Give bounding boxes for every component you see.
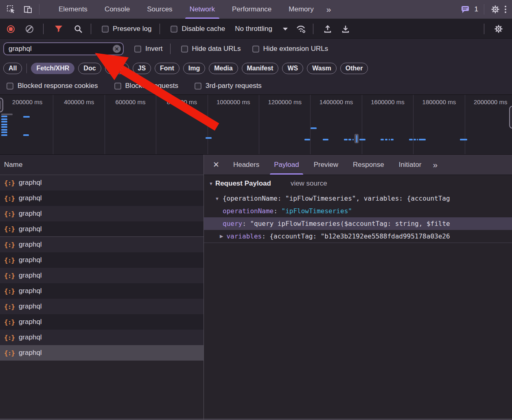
tab-elements[interactable]: Elements (50, 0, 96, 19)
network-settings-gear-icon[interactable] (492, 22, 505, 36)
record-network-log-button[interactable] (7, 25, 15, 33)
inspect-element-icon[interactable] (4, 2, 18, 16)
settings-gear-icon[interactable] (488, 2, 502, 16)
network-overview-timeline[interactable]: 200000 ms400000 ms600000 ms800000 ms1000… (0, 95, 512, 155)
timeline-left-handle[interactable] (0, 98, 3, 112)
import-har-icon[interactable] (321, 22, 335, 36)
chip-all[interactable]: All (3, 63, 22, 74)
request-type-chips: AllFetch/XHRDocCSSJSFontImgMediaManifest… (0, 59, 512, 77)
close-detail-icon[interactable]: ✕ (204, 155, 226, 175)
name-column-header[interactable]: Name (0, 155, 203, 175)
detail-tab-response[interactable]: Response (346, 155, 392, 175)
devtools-tab-bar: ElementsConsoleSourcesNetworkPerformance… (0, 0, 512, 19)
timeline-column: 2000000 ms (465, 95, 512, 155)
more-detail-tabs-icon[interactable]: » (429, 155, 441, 175)
request-row[interactable]: {:}graphql (0, 268, 203, 283)
detail-tab-preview[interactable]: Preview (306, 155, 346, 175)
filter-toggle-icon[interactable] (52, 22, 66, 36)
3rd-party-requests-checkbox[interactable] (195, 83, 201, 90)
request-row[interactable]: {:}graphql (0, 206, 203, 221)
json-braces-icon: {:} (4, 225, 15, 233)
timeline-request-bar (414, 139, 416, 140)
chip-fetch-xhr[interactable]: Fetch/XHR (31, 63, 74, 74)
hide-extension-urls-checkbox[interactable] (252, 46, 259, 52)
collapse-triangle-icon[interactable]: ▼ (215, 196, 219, 201)
blocked-response-cookies-checkbox[interactable] (7, 83, 13, 90)
request-row[interactable]: {:}graphql (0, 252, 203, 268)
chip-img[interactable]: Img (183, 63, 205, 74)
advanced-filter-3rd-party-requests: 3rd-party requests (195, 82, 262, 90)
detail-tab-initiator[interactable]: Initiator (392, 155, 429, 175)
timeline-request-bar (323, 139, 328, 140)
timeline-column: 1600000 ms (362, 95, 413, 155)
pane-resize-divider[interactable] (203, 155, 204, 420)
chip-css[interactable]: CSS (105, 63, 129, 74)
clear-filter-icon[interactable]: ✕ (113, 45, 121, 53)
tab-performance[interactable]: Performance (223, 0, 280, 19)
request-row[interactable]: {:}graphql (0, 283, 203, 299)
chip-media[interactable]: Media (209, 63, 238, 74)
chip-doc[interactable]: Doc (78, 63, 101, 74)
timeline-request-bar (409, 139, 413, 140)
payload-row-query[interactable]: query: "query ipFlowTimeseries($accountT… (204, 217, 512, 230)
timeline-right-handle[interactable] (509, 106, 512, 129)
blocked-requests-checkbox[interactable] (114, 83, 121, 90)
device-toolbar-icon[interactable] (21, 2, 35, 16)
request-row[interactable]: {:}graphql (0, 221, 203, 237)
disable-cache-checkbox[interactable] (171, 26, 177, 33)
collapse-triangle-icon[interactable]: ▼ (209, 181, 213, 186)
json-braces-icon: {:} (4, 349, 15, 357)
request-row[interactable]: {:}graphql (0, 314, 203, 330)
tab-network[interactable]: Network (181, 0, 223, 19)
tab-console[interactable]: Console (96, 0, 138, 19)
request-payload-section: ▼ Request Payload view source ▼ {operati… (204, 175, 512, 243)
export-har-icon[interactable] (339, 22, 352, 36)
divider (39, 4, 39, 15)
issues-message-icon[interactable] (458, 2, 472, 16)
more-panels-icon[interactable]: » (322, 4, 335, 14)
chip-wasm[interactable]: Wasm (307, 63, 337, 74)
tab-memory[interactable]: Memory (280, 0, 322, 19)
chip-js[interactable]: JS (133, 63, 151, 74)
payload-row-operationname[interactable]: operationName: "ipFlowTimeseries" (204, 205, 512, 217)
view-source-link[interactable]: view source (291, 179, 327, 188)
request-row[interactable]: {:}graphql (0, 330, 203, 345)
detail-tab-payload[interactable]: Payload (267, 155, 306, 175)
network-filter-row: ✕ Invert Hide data URLs Hide extension U… (0, 39, 512, 59)
chip-font[interactable]: Font (155, 63, 179, 74)
timeline-request-bar (23, 134, 29, 136)
payload-row-variables[interactable]: ▶variables: {accountTag: "b12e3b2192ee55… (204, 230, 512, 243)
request-row[interactable]: {:}graphql (0, 345, 203, 361)
chip-manifest[interactable]: Manifest (242, 63, 279, 74)
request-row[interactable]: {:}graphql (0, 190, 203, 206)
request-detail-pane: ✕ HeadersPayloadPreviewResponseInitiator… (204, 155, 512, 420)
tab-sources[interactable]: Sources (138, 0, 181, 19)
kebab-menu-icon[interactable] (502, 6, 512, 13)
request-name: graphql (19, 194, 42, 202)
chip-other[interactable]: Other (340, 63, 368, 74)
hide-data-urls-checkbox[interactable] (181, 46, 188, 52)
payload-summary-row[interactable]: ▼ {operationName: "ipFlowTimeseries", va… (204, 192, 512, 205)
preserve-log-checkbox[interactable] (102, 26, 109, 33)
divider (313, 24, 313, 34)
divider (484, 24, 484, 34)
detail-tab-headers[interactable]: Headers (226, 155, 267, 175)
timeline-tick-label: 400000 ms (53, 98, 104, 105)
request-row[interactable]: {:}graphql (0, 299, 203, 314)
request-row[interactable]: {:}graphql (0, 237, 203, 252)
invert-checkbox[interactable] (134, 46, 141, 52)
throttling-select[interactable]: No throttling (235, 25, 272, 33)
filter-input-box: ✕ (3, 42, 124, 55)
timeline-request-bar (344, 139, 348, 140)
network-conditions-icon[interactable] (294, 22, 308, 36)
request-name: graphql (19, 302, 42, 311)
preserve-log-label: Preserve log (113, 25, 151, 33)
issues-count: 1 (475, 5, 478, 13)
expand-triangle-icon[interactable]: ▶ (220, 234, 223, 239)
chip-ws[interactable]: WS (282, 63, 303, 74)
filter-input[interactable] (3, 42, 124, 55)
clear-network-log-button[interactable] (26, 25, 33, 33)
request-row[interactable]: {:}graphql (0, 175, 203, 190)
search-icon[interactable] (71, 22, 85, 36)
timeline-request-bar (1, 129, 7, 131)
